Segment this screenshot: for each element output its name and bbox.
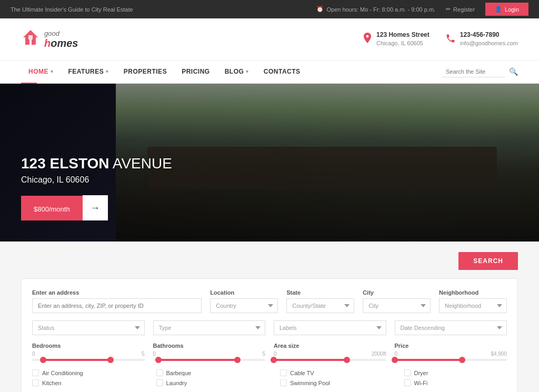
price-thumb-right[interactable] bbox=[459, 357, 465, 363]
city-select[interactable]: City bbox=[363, 298, 431, 313]
bathrooms-slider-track bbox=[153, 359, 266, 361]
checkbox-swimming-pool[interactable] bbox=[280, 379, 287, 386]
amenity-col-2: Barbeque Laundry bbox=[156, 369, 259, 386]
price-slider-track bbox=[395, 359, 507, 361]
register-link[interactable]: ✏ Register bbox=[446, 6, 475, 13]
hero-section: 123 ELSTON AVENUE Chicago, IL 60606 $800… bbox=[0, 84, 539, 242]
address-info: 123 Homes Street Chicago, IL 60605 bbox=[376, 31, 430, 47]
search-section: SEARCH Enter an address Location Country… bbox=[0, 242, 539, 392]
checkbox-dryer[interactable] bbox=[404, 369, 411, 376]
price-slider-group: Price 0$4,900 bbox=[395, 343, 507, 362]
area-slider-group: Area size 02000ft bbox=[274, 343, 386, 362]
amenity-laundry: Laundry bbox=[156, 379, 259, 386]
checkbox-kitchen[interactable] bbox=[32, 379, 39, 386]
nav-item-pricing[interactable]: PRICING bbox=[174, 61, 217, 83]
area-thumb-left[interactable] bbox=[271, 357, 277, 363]
nav-item-properties[interactable]: PROPERTIES bbox=[116, 61, 174, 83]
phone-info: 123-456-7890 info@goodhomes.com bbox=[460, 31, 518, 47]
hero-price-row: $800/month → bbox=[21, 195, 172, 220]
state-select[interactable]: County/State bbox=[286, 298, 354, 313]
site-header: good homes 123 Homes Street Chicago, IL … bbox=[0, 18, 539, 61]
state-field-group: State County/State bbox=[286, 289, 354, 313]
location-select[interactable]: Country bbox=[210, 298, 278, 313]
bedrooms-slider-track bbox=[32, 359, 145, 361]
location-field-group: Location Country bbox=[210, 289, 278, 313]
bathrooms-slider-group: Bathrooms 05 bbox=[153, 343, 266, 362]
area-slider-track bbox=[274, 359, 386, 361]
amenity-cable-tv: Cable TV bbox=[280, 369, 383, 376]
checkbox-air-conditioning[interactable] bbox=[32, 369, 39, 376]
chevron-down-icon: ▾ bbox=[246, 69, 249, 74]
logo[interactable]: good homes bbox=[21, 28, 78, 51]
amenity-swimming-pool: Swimming Pool bbox=[280, 379, 383, 386]
address-contact: 123 Homes Street Chicago, IL 60605 bbox=[363, 31, 430, 47]
sort-field-group: Date Descending bbox=[395, 320, 507, 335]
search-button[interactable]: SEARCH bbox=[458, 252, 518, 270]
state-label: State bbox=[286, 289, 354, 296]
neighborhood-label: Neighborhood bbox=[439, 289, 507, 296]
logo-text: good homes bbox=[44, 29, 78, 49]
bedrooms-range: 05 bbox=[32, 351, 145, 357]
bedrooms-thumb-right[interactable] bbox=[107, 357, 114, 363]
area-slider-label: Area size bbox=[274, 343, 386, 349]
area-slider-fill bbox=[274, 359, 347, 361]
bedrooms-thumb-left[interactable] bbox=[40, 357, 46, 363]
bathrooms-thumb-right[interactable] bbox=[234, 357, 241, 363]
location-label: Location bbox=[210, 289, 278, 296]
amenity-wifi: Wi-Fi bbox=[404, 379, 507, 386]
chevron-down-icon: ▾ bbox=[51, 69, 54, 74]
price-thumb-left[interactable] bbox=[392, 357, 398, 363]
hero-arrow-button[interactable]: → bbox=[83, 195, 108, 220]
nav-item-contacts[interactable]: CONTACTS bbox=[256, 61, 308, 83]
checkbox-laundry[interactable] bbox=[156, 379, 163, 386]
bathrooms-thumb-left[interactable] bbox=[155, 357, 162, 363]
price-range: 0$4,900 bbox=[395, 351, 507, 357]
search-form: Enter an address Location Country State … bbox=[21, 278, 518, 392]
bedrooms-slider-fill bbox=[43, 359, 111, 361]
search-icon[interactable]: 🔍 bbox=[509, 67, 518, 76]
type-field-group: Type bbox=[153, 320, 266, 335]
main-nav: HOME ▾ FEATURES ▾ PROPERTIES PRICING BLO… bbox=[0, 61, 539, 84]
amenity-kitchen: Kitchen bbox=[32, 379, 135, 386]
bathrooms-slider-fill bbox=[158, 359, 237, 361]
nav-item-home[interactable]: HOME ▾ bbox=[21, 61, 61, 83]
user-icon: 👤 bbox=[495, 6, 502, 13]
nav-links: HOME ▾ FEATURES ▾ PROPERTIES PRICING BLO… bbox=[21, 61, 442, 83]
neighborhood-field-group: Neighborhood Neighborhood bbox=[439, 289, 507, 313]
hero-title: 123 ELSTON AVENUE bbox=[21, 155, 172, 172]
search-row-1: Enter an address Location Country State … bbox=[32, 289, 507, 313]
header-contact: 123 Homes Street Chicago, IL 60605 123-4… bbox=[363, 31, 518, 47]
top-bar-right: ⏰ Open hours: Mo - Fr: 8:00 a.m. - 9:00 … bbox=[316, 3, 528, 16]
nav-search: 🔍 bbox=[442, 66, 518, 77]
nav-item-blog[interactable]: BLOG ▾ bbox=[217, 61, 256, 83]
amenity-dryer: Dryer bbox=[404, 369, 507, 376]
type-select[interactable]: Type bbox=[153, 320, 266, 335]
address-label: Enter an address bbox=[32, 289, 202, 296]
amenity-col-1: Air Conditioning Kitchen bbox=[32, 369, 135, 386]
sort-select[interactable]: Date Descending bbox=[395, 320, 507, 335]
search-input[interactable] bbox=[442, 66, 505, 77]
hero-subtitle: Chicago, IL 60606 bbox=[21, 175, 172, 185]
neighborhood-select[interactable]: Neighborhood bbox=[439, 298, 507, 313]
amenity-col-3: Cable TV Swimming Pool bbox=[280, 369, 383, 386]
pencil-icon: ✏ bbox=[446, 6, 451, 13]
clock-icon: ⏰ bbox=[316, 6, 324, 13]
status-select[interactable]: Status bbox=[32, 320, 145, 335]
checkbox-barbeque[interactable] bbox=[156, 369, 163, 376]
search-top: SEARCH bbox=[21, 252, 518, 270]
city-field-group: City City bbox=[363, 289, 431, 313]
sliders-row: Bedrooms 05 Bathrooms 05 bbox=[32, 343, 507, 362]
address-input[interactable] bbox=[32, 298, 202, 313]
checkbox-cable-tv[interactable] bbox=[280, 369, 287, 376]
nav-item-features[interactable]: FEATURES ▾ bbox=[61, 61, 116, 83]
logo-homes: homes bbox=[44, 37, 78, 49]
amenity-barbeque: Barbeque bbox=[156, 369, 259, 376]
labels-select[interactable]: Labels bbox=[274, 320, 386, 335]
checkbox-wifi[interactable] bbox=[404, 379, 411, 386]
area-thumb-right[interactable] bbox=[344, 357, 350, 363]
login-button[interactable]: 👤 Login bbox=[485, 3, 528, 16]
area-range: 02000ft bbox=[274, 351, 386, 357]
hero-content: 123 ELSTON AVENUE Chicago, IL 60606 $800… bbox=[21, 155, 172, 220]
bathrooms-slider-label: Bathrooms bbox=[153, 343, 266, 349]
hero-price: $800/month bbox=[21, 196, 83, 220]
